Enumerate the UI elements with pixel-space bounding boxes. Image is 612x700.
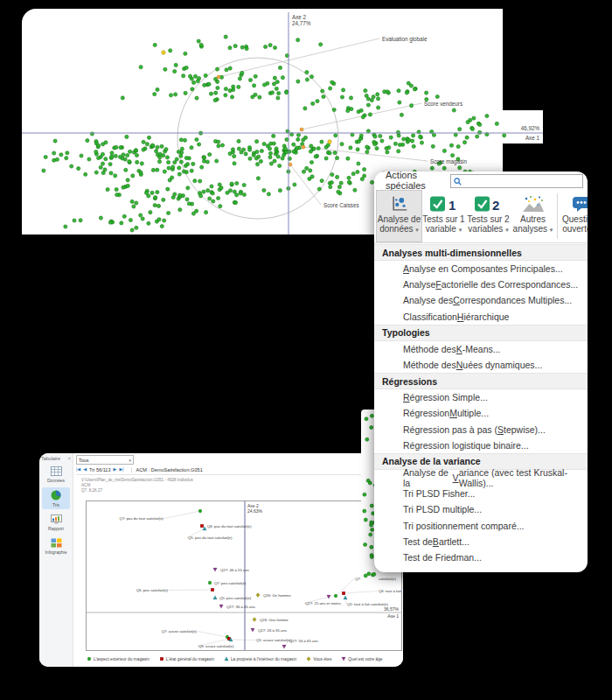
scatter-point <box>101 172 105 175</box>
scatter-point <box>180 147 184 150</box>
scatter-point <box>86 139 89 143</box>
scatter-point <box>240 46 244 49</box>
scatter-point <box>147 136 150 139</box>
menu-item-methode-des-k-means[interactable]: Méthode des K-Means... <box>374 341 588 357</box>
scatter-point <box>359 134 363 137</box>
point-label-q7-pas-du-tout-satisfait-e: Q7: pas du tout satisfait(e) <box>120 516 164 521</box>
sphinx-app-window: Tabulaire < DonnéesTrisRapportInfographi… <box>39 453 403 667</box>
scatter-point <box>303 136 307 139</box>
sidebar-panel-title: Tabulaire <box>41 456 60 461</box>
scatter-point <box>458 128 462 131</box>
scatter-point <box>228 66 232 70</box>
axe2-percentage: 24,77% <box>292 20 311 26</box>
menu-item-analyse-en-composantes-principales[interactable]: Analyse en Composantes Principales... <box>374 261 588 276</box>
scatter-point-marker <box>342 657 345 661</box>
menu-item-tri-plsd-fisher[interactable]: Tri PLSD Fisher... <box>374 486 588 501</box>
menu-item-analyse-de-la-variance-avec-test-kruskal-wal[interactable]: Analyse de la Variance (avec test Kruska… <box>374 470 588 486</box>
scatter-point <box>175 158 178 161</box>
scatter-point <box>156 191 159 194</box>
scatter-point <box>212 200 215 203</box>
scatter-point <box>253 84 256 88</box>
ribbon-button-analyse-de-donnees[interactable]: Analyse dedonnées ▾ <box>377 191 421 242</box>
menu-section-regressions: Régressions <box>374 373 588 389</box>
scatter-point <box>129 150 132 153</box>
pager-toolbar: |◀ ◀ Tri 56/113 ▶ ▶| ACM : DemoSatisfact… <box>76 465 400 475</box>
filter-dropdown[interactable]: Tous ▾ <box>76 455 134 465</box>
scatter-point <box>198 143 201 146</box>
scatter-point <box>336 175 339 178</box>
menu-item-regression-logistique-binaire[interactable]: Régression logistique binaire... <box>374 438 588 453</box>
sidebar-item-tris[interactable]: Tris <box>42 487 70 509</box>
ribbon-button-tests-sur-1-variable[interactable]: 1Tests sur 1variable ▾ <box>421 191 466 242</box>
scatter-point <box>470 127 474 130</box>
scatter-point <box>365 145 369 149</box>
menu-item-regression-pas-a-pas-stepwise[interactable]: Régression pas à pas (Stepwise)... <box>374 422 588 438</box>
menu-item-tri-plsd-multiple[interactable]: Tri PLSD multiple... <box>374 501 588 517</box>
app-content: Tous ▾ |◀ ◀ Tri 56/113 ▶ ▶| ACM : DemoSa… <box>73 453 403 667</box>
scatter-point <box>144 191 148 194</box>
sidebar-item-rapport[interactable]: Rapport <box>42 512 70 533</box>
scatter-point <box>370 426 373 430</box>
scatter-point <box>255 150 259 153</box>
scatter-point <box>357 162 360 165</box>
nav-first-button[interactable]: |◀ <box>76 467 80 472</box>
scatter-point <box>126 178 129 182</box>
scatter-point <box>330 181 333 185</box>
menu-item-analyse-des-correspondances-multiples[interactable]: Analyse des Correspondances Multiples... <box>374 292 588 308</box>
analysis-tab-label[interactable]: ACM : DemoSatisfaction.G051 <box>131 467 203 472</box>
point-label-q27-56-a-65-ans: Q27: 56 à 65 ans <box>289 639 318 643</box>
menu-item-regression-multiple[interactable]: Régression Multiple... <box>374 405 588 421</box>
scatter-point <box>296 38 300 42</box>
ribbon-button-autres-analyses[interactable]: Autresanalyses ▾ <box>511 191 555 242</box>
menu-item-methode-des-nuees-dynamiques[interactable]: Méthode des Nuées dynamiques... <box>374 357 588 373</box>
scatter-point <box>349 96 352 100</box>
menu-item-tri-positionnement-compare[interactable]: Tri positionnement comparé... <box>374 517 588 533</box>
sidebar-item-label: Tris <box>52 502 59 508</box>
acm-scatter-chart: Axe 224,63%36,57%Axe 1Q7: pas du tout sa… <box>87 501 401 650</box>
tab-actions-speciales[interactable]: Actions spéciales <box>386 172 442 191</box>
scatter-point <box>442 166 446 170</box>
filter-dropdown-value: Tous <box>79 458 89 463</box>
menu-item-classification-hierarchique[interactable]: Classification Hiérarchique <box>374 309 588 325</box>
nav-last-button[interactable]: ▶| <box>119 467 123 472</box>
collapse-icon[interactable]: < <box>68 456 71 461</box>
scatter-point <box>210 185 213 188</box>
sidebar-item-donnees[interactable]: Données <box>42 464 70 485</box>
nav-next-button[interactable]: ▶ <box>114 467 117 472</box>
scatter-point <box>97 157 101 160</box>
scatter-point <box>217 196 220 200</box>
scatter-point <box>131 174 135 178</box>
scatter-point <box>373 135 377 138</box>
scatter-point <box>125 135 129 138</box>
scatter-point <box>179 138 183 142</box>
scatter-point <box>478 122 482 126</box>
search-input[interactable] <box>464 176 580 186</box>
scatter-point <box>373 143 377 146</box>
scatter-point <box>268 147 271 150</box>
menu-item-test-de-bartlett[interactable]: Test de Bartlett... <box>374 534 588 550</box>
ribbon-button-tests-sur-2-variables[interactable]: 2Tests sur 2variables ▾ <box>466 191 511 242</box>
scatter-point <box>153 204 156 207</box>
scatter-point <box>370 414 373 417</box>
ribbon-button-questions-ouvertes[interactable]: Questionsouvertes ▾ <box>560 191 588 242</box>
sidebar-item-infographie[interactable]: Infographie <box>42 536 70 556</box>
search-box[interactable] <box>450 174 583 188</box>
scatter-point <box>413 88 416 91</box>
menu-item-test-de-friedman[interactable]: Test de Friedman... <box>374 550 588 565</box>
scatter-point <box>275 80 279 84</box>
scatter-point <box>322 94 325 98</box>
axe2-percentage: 24,63% <box>247 508 263 514</box>
scatter-point <box>156 204 160 207</box>
scatter-point <box>151 168 155 172</box>
nav-prev-button[interactable]: ◀ <box>83 467 87 472</box>
scatter-point <box>278 164 282 167</box>
scatter-point <box>179 154 183 158</box>
scatter-point <box>442 149 446 152</box>
scatter-point <box>245 47 248 51</box>
menu-item-regression-simple[interactable]: Régression Simple... <box>374 389 588 405</box>
scatter-point <box>255 163 259 166</box>
ribbon-button-label: ouvertes ▾ <box>562 224 588 234</box>
scatter-point <box>256 177 260 180</box>
menu-item-analyse-factorielle-des-correspondances[interactable]: Analyse Factorielle des Correspondances.… <box>374 276 588 292</box>
scatter-point <box>337 186 341 189</box>
